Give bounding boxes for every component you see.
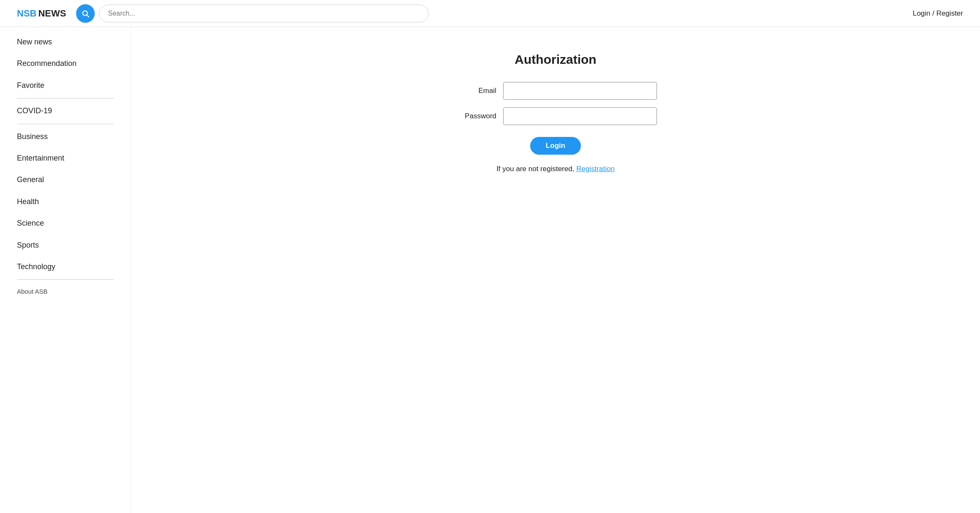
auth-form: Authorization Email Password Login If yo… <box>454 52 657 513</box>
search-button[interactable] <box>76 4 95 23</box>
logo-news: NEWS <box>38 8 66 19</box>
sidebar-item-recommendation[interactable]: Recommendation <box>0 53 131 74</box>
login-button[interactable]: Login <box>530 137 581 155</box>
login-register-link[interactable]: Login / Register <box>913 9 963 18</box>
main-content: Authorization Email Password Login If yo… <box>131 27 980 513</box>
email-row: Email <box>454 82 657 100</box>
logo-nsb: NSB <box>17 8 36 19</box>
registration-link[interactable]: Registration <box>576 165 615 173</box>
layout: New news Recommendation Favorite COVID-1… <box>0 27 980 513</box>
password-label: Password <box>454 112 496 120</box>
sidebar-item-new-news[interactable]: New news <box>0 31 131 53</box>
auth-title: Authorization <box>454 52 657 67</box>
sidebar-item-entertainment[interactable]: Entertainment <box>0 147 131 169</box>
email-field[interactable] <box>503 82 657 100</box>
sidebar: New news Recommendation Favorite COVID-1… <box>0 27 131 513</box>
header: NSB NEWS Login / Register <box>0 0 980 27</box>
sidebar-divider-3 <box>17 279 114 280</box>
sidebar-item-sports[interactable]: Sports <box>0 235 131 256</box>
sidebar-item-technology[interactable]: Technology <box>0 256 131 278</box>
sidebar-item-science[interactable]: Science <box>0 213 131 234</box>
sidebar-divider-1 <box>17 98 114 98</box>
search-area <box>76 4 912 23</box>
sidebar-item-health[interactable]: Health <box>0 191 131 213</box>
logo: NSB NEWS <box>17 8 66 19</box>
register-prompt: If you are not registered, Registration <box>454 165 657 173</box>
sidebar-item-general[interactable]: General <box>0 169 131 191</box>
sidebar-item-favorite[interactable]: Favorite <box>0 75 131 96</box>
email-label: Email <box>454 87 496 95</box>
sidebar-item-business[interactable]: Business <box>0 126 131 147</box>
password-row: Password <box>454 107 657 125</box>
sidebar-item-about[interactable]: About ASB <box>0 281 131 302</box>
search-input[interactable] <box>99 5 429 22</box>
search-icon <box>81 9 90 18</box>
sidebar-item-covid[interactable]: COVID-19 <box>0 100 131 122</box>
sidebar-divider-2 <box>17 124 114 124</box>
password-field[interactable] <box>503 107 657 125</box>
